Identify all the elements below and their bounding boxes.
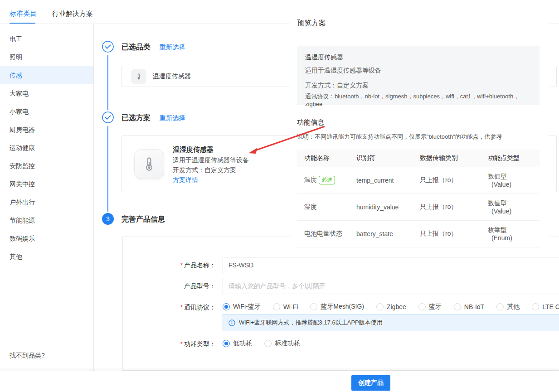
protocol-label: *通讯协议： (161, 304, 216, 312)
protocol-hint-text: WiFi+蓝牙联网方式，推荐搭配3.17.6以上APP版本使用 (239, 319, 383, 327)
info-icon (228, 319, 235, 326)
product-name-label: *产品名称： (161, 261, 216, 270)
step-connector-1 (107, 55, 108, 110)
summary-name: 温湿度传感器 (305, 53, 531, 62)
step2-title: 已选方案 (122, 113, 151, 123)
function-info-heading: 功能信息 (297, 118, 324, 127)
radio-icon[interactable] (376, 303, 384, 310)
step2-reselect-link[interactable]: 重新选择 (160, 114, 185, 122)
thermometer-icon-large (134, 149, 164, 179)
sidebar-item-sensor[interactable]: 传感 (0, 66, 93, 84)
step3-title: 完善产品信息 (122, 215, 165, 224)
protocol-option-wifi[interactable]: Wi-Fi (273, 303, 298, 310)
solution-summary-box: 温湿度传感器 适用于温湿度传感器等设备 开发方式：自定义方案 通讯协议：blue… (297, 46, 540, 105)
product-model-input[interactable] (223, 278, 559, 294)
function-points-table: 功能名称 识别符 数据传输类别 功能点类型 温度必选 temp_current … (297, 150, 540, 247)
sidebar-item-gateway-control[interactable]: 网关中控 (0, 175, 93, 193)
sidebar-item-others[interactable]: 其他 (0, 247, 93, 266)
radio-icon[interactable] (310, 303, 317, 310)
solution-detail-link[interactable]: 方案详情 (173, 176, 198, 184)
selected-category-name: 温湿度传感器 (153, 73, 191, 81)
sidebar-item-large-appliance[interactable]: 大家电 (0, 84, 93, 102)
step-connector-2 (107, 126, 108, 212)
required-asterisk: * (180, 340, 183, 348)
radio-icon[interactable] (496, 303, 504, 310)
step2-check-icon (102, 111, 114, 123)
sidebar-item-lighting[interactable]: 照明 (0, 48, 93, 66)
radio-icon[interactable] (418, 303, 426, 310)
summary-desc: 适用于温湿度传感器等设备 (305, 67, 531, 75)
radio-selected-icon[interactable] (223, 340, 230, 347)
thermometer-icon (131, 69, 146, 84)
table-header-row: 功能名称 识别符 数据传输类别 功能点类型 (297, 150, 540, 167)
fn-type: 枚举型(Enum) (481, 220, 540, 247)
radio-icon[interactable] (264, 340, 272, 347)
step1-title: 已选品类 (122, 43, 151, 52)
fn-type: 数值型(Value) (481, 194, 540, 220)
sidebar-footer-divider (6, 347, 93, 347)
page-footer: 创建产品 (0, 371, 559, 392)
col-identifier: 识别符 (349, 150, 413, 167)
fn-name: 温度 (304, 176, 317, 183)
solution-name: 温湿度传感器 (173, 145, 214, 154)
col-function-name: 功能名称 (297, 150, 349, 167)
protocol-option-wifi-ble[interactable]: WiFi-蓝牙 (223, 303, 261, 311)
tab-standard-category[interactable]: 标准类目 (10, 10, 37, 18)
fn-identifier: temp_current (349, 167, 413, 194)
protocol-option-zigbee[interactable]: Zigbee (376, 303, 406, 310)
table-row: 温度必选 temp_current 只上报（ro） 数值型(Value) (297, 167, 540, 194)
preview-solution-panel: 预览方案 温湿度传感器 适用于温湿度传感器等设备 开发方式：自定义方案 通讯协议… (290, 0, 549, 254)
cannot-find-category-link[interactable]: 找不到品类? (10, 352, 45, 360)
table-row: 电池电量状态 battery_state 只上报（ro） 枚举型(Enum) (297, 220, 540, 247)
summary-protocols: 通讯协议：bluetooth，nb-iot，sigmesh，subpieces，… (305, 92, 531, 107)
tab-industry-solutions[interactable]: 行业解决方案 (52, 10, 93, 18)
solution-desc: 适用于温湿度传感器等设备 (173, 156, 249, 165)
sidebar-item-outdoor-travel[interactable]: 户外出行 (0, 193, 93, 211)
sidebar-item-digital-entertainment[interactable]: 数码娱乐 (0, 229, 93, 247)
required-asterisk: * (180, 304, 183, 311)
radio-selected-icon[interactable] (223, 303, 230, 310)
radio-icon[interactable] (273, 303, 280, 310)
fn-type: 数值型(Value) (481, 167, 540, 194)
power-option-standard[interactable]: 标准功耗 (264, 339, 300, 348)
product-model-label: 产品型号： (161, 282, 216, 290)
protocol-option-other[interactable]: 其他 (496, 303, 520, 311)
required-asterisk: * (180, 261, 183, 269)
power-option-low[interactable]: 低功耗 (223, 339, 252, 348)
protocol-option-nbiot[interactable]: NB-IoT (454, 303, 484, 310)
sidebar-item-security-monitoring[interactable]: 安防监控 (0, 157, 93, 175)
protocol-option-lte-cat1[interactable]: LTE Cat.1 (532, 303, 559, 310)
step3-number-badge: 3 (102, 213, 114, 225)
solution-dev-mode: 开发方式：自定义方案 (173, 166, 236, 174)
power-type-radio-group: 低功耗 标准功耗 (223, 339, 300, 348)
category-sidebar: 电工 照明 传感 大家电 小家电 厨房电器 运动健康 安防监控 网关中控 户外出… (0, 24, 94, 371)
fn-transfer: 只上报（ro） (413, 194, 481, 220)
sidebar-item-energy-saving[interactable]: 节能能源 (0, 211, 93, 229)
sidebar-item-sports-health[interactable]: 运动健康 (0, 139, 93, 157)
power-type-label: *功耗类型： (161, 340, 216, 348)
step1-reselect-link[interactable]: 重新选择 (160, 44, 185, 52)
sidebar-item-electrical[interactable]: 电工 (0, 30, 93, 48)
create-product-button[interactable]: 创建产品 (351, 375, 390, 391)
product-info-form: *产品名称： 产品型号： *通讯协议： WiFi-蓝牙 Wi-Fi 蓝牙Mesh… (122, 237, 559, 371)
summary-dev-mode: 开发方式：自定义方案 (305, 82, 531, 90)
function-info-note: 说明：不同通讯能力可能支持功能点不同，仅展示"bluetooth"的功能点，供参… (297, 133, 502, 141)
sidebar-item-small-appliance[interactable]: 小家电 (0, 102, 93, 121)
fn-name: 湿度 (297, 194, 349, 220)
protocol-option-ble[interactable]: 蓝牙 (418, 303, 442, 311)
radio-icon[interactable] (532, 303, 539, 310)
protocol-hint-banner: WiFi+蓝牙联网方式，推荐搭配3.17.6以上APP版本使用 (222, 314, 559, 331)
table-row: 湿度 humidity_value 只上报（ro） 数值型(Value) (297, 194, 540, 220)
fn-identifier: battery_state (349, 220, 413, 247)
col-point-type: 功能点类型 (481, 150, 540, 167)
fn-transfer: 只上报（ro） (413, 220, 481, 247)
protocol-option-ble-mesh[interactable]: 蓝牙Mesh(SIG) (310, 303, 364, 311)
preview-panel-title: 预览方案 (297, 19, 326, 28)
product-name-input[interactable] (223, 257, 559, 273)
preview-panel-divider (291, 35, 549, 35)
fn-transfer: 只上报（ro） (413, 167, 481, 194)
protocol-radio-group: WiFi-蓝牙 Wi-Fi 蓝牙Mesh(SIG) Zigbee 蓝牙 NB-I… (223, 303, 559, 311)
page: 标准类目 行业解决方案 电工 照明 传感 大家电 小家电 厨房电器 运动健康 安… (0, 0, 559, 392)
sidebar-item-kitchen-appliance[interactable]: 厨房电器 (0, 121, 93, 139)
radio-icon[interactable] (454, 303, 461, 310)
